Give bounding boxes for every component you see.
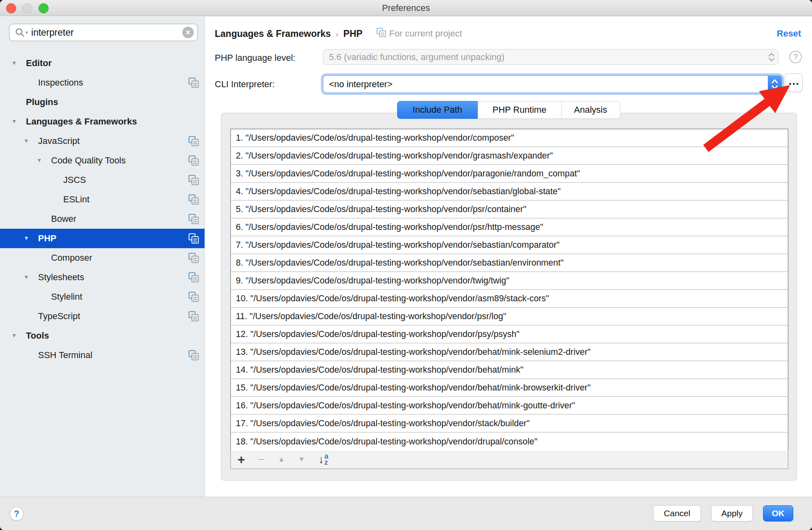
sidebar-item-php[interactable]: ▼PHP: [0, 229, 205, 248]
expander-triangle-icon[interactable]: ▼: [24, 274, 29, 280]
include-path-row[interactable]: 4. "/Users/opdavies/Code/os/drupal-testi…: [231, 183, 788, 201]
sidebar-item-label: Editor: [26, 58, 52, 69]
copy-settings-icon: [376, 28, 386, 40]
copy-settings-icon-wrap: [188, 253, 199, 266]
sidebar-item-languages-and-frameworks[interactable]: ▼Languages & Frameworks: [0, 112, 205, 131]
sidebar-item-editor[interactable]: ▼Editor: [0, 54, 205, 73]
sidebar-item-jscs[interactable]: JSCS: [0, 170, 205, 190]
include-path-row[interactable]: 16. "/Users/opdavies/Code/os/drupal-test…: [231, 397, 788, 415]
combobox-stepper-icon[interactable]: [768, 76, 782, 92]
sidebar-item-tools[interactable]: ▼Tools: [0, 326, 205, 345]
copy-settings-icon: [188, 233, 199, 244]
tab-label: Include Path: [412, 105, 462, 115]
sidebar-item-label: JavaScript: [38, 136, 80, 146]
include-path-row[interactable]: 9. "/Users/opdavies/Code/os/drupal-testi…: [231, 272, 788, 290]
include-path-row[interactable]: 18. "/Users/opdavies/Code/os/drupal-test…: [231, 433, 788, 451]
sidebar-item-eslint[interactable]: ESLint: [0, 190, 205, 209]
tab-php-runtime[interactable]: PHP Runtime: [478, 101, 562, 119]
tab-include-path[interactable]: Include Path: [397, 101, 478, 119]
add-path-button[interactable]: +: [237, 452, 258, 467]
include-path-row[interactable]: 6. "/Users/opdavies/Code/os/drupal-testi…: [231, 219, 788, 236]
ok-button[interactable]: OK: [763, 505, 793, 521]
language-level-value: 5.6 (variadic functions, argument unpack…: [329, 52, 768, 62]
sort-arrow-icon: ↓: [318, 453, 324, 466]
move-up-button[interactable]: ▲: [278, 455, 298, 463]
include-path-row[interactable]: 5. "/Users/opdavies/Code/os/drupal-testi…: [231, 201, 788, 219]
reset-link[interactable]: Reset: [777, 28, 801, 39]
include-path-row[interactable]: 10. "/Users/opdavies/Code/os/drupal-test…: [231, 290, 788, 308]
tab-label: Analysis: [574, 105, 607, 115]
expander-triangle-icon[interactable]: ▼: [11, 60, 17, 66]
sidebar-item-label: Stylesheets: [38, 272, 84, 283]
sidebar-item-inspections[interactable]: Inspections: [0, 73, 205, 92]
sidebar-item-label: Composer: [51, 253, 92, 263]
settings-search[interactable]: ▾ ×: [9, 24, 198, 41]
sidebar-item-code-quality-tools[interactable]: ▼Code Quality Tools: [0, 151, 205, 170]
sidebar-item-plugins[interactable]: Plugins: [0, 92, 205, 112]
copy-settings-icon-wrap: [188, 233, 199, 246]
include-path-row[interactable]: 14. "/Users/opdavies/Code/os/drupal-test…: [231, 361, 788, 379]
expander-triangle-icon[interactable]: ▼: [11, 118, 17, 124]
window-title: Preferences: [0, 0, 812, 16]
tab-bar: Include PathPHP RuntimeAnalysis: [205, 101, 812, 119]
copy-settings-icon-wrap: [188, 136, 199, 149]
include-path-row[interactable]: 12. "/Users/opdavies/Code/os/drupal-test…: [231, 326, 788, 343]
language-level-select[interactable]: 5.6 (variadic functions, argument unpack…: [323, 49, 778, 65]
include-path-row[interactable]: 17. "/Users/opdavies/Code/os/drupal-test…: [231, 415, 788, 433]
browse-interpreters-button[interactable]: …: [785, 73, 803, 92]
expander-triangle-icon[interactable]: ▼: [24, 137, 29, 144]
sidebar-item-stylelint[interactable]: Stylelint: [0, 287, 205, 307]
breadcrumb-page: PHP: [343, 28, 362, 39]
include-path-panel: 1. "/Users/opdavies/Code/os/drupal-testi…: [221, 113, 797, 481]
language-level-help-icon[interactable]: ?: [789, 51, 802, 63]
sort-alphabetical-button[interactable]: ↓ a z: [318, 453, 329, 466]
copy-settings-icon: [188, 292, 199, 302]
expander-triangle-icon[interactable]: ▼: [36, 157, 42, 163]
select-stepper-icon: [768, 53, 775, 62]
copy-settings-icon: [188, 214, 199, 224]
apply-button[interactable]: Apply: [711, 505, 753, 521]
sidebar-item-javascript[interactable]: ▼JavaScript: [0, 131, 205, 151]
sidebar-item-ssh-terminal[interactable]: SSH Terminal: [0, 345, 205, 365]
include-path-row[interactable]: 1. "/Users/opdavies/Code/os/drupal-testi…: [231, 129, 788, 147]
copy-settings-icon: [188, 194, 199, 205]
sidebar-item-label: TypeScript: [38, 311, 80, 322]
search-history-caret-icon[interactable]: ▾: [26, 30, 28, 35]
settings-tree: ▼EditorInspections Plugins▼Languages & F…: [0, 54, 205, 365]
expander-triangle-icon[interactable]: ▼: [24, 235, 29, 241]
settings-sidebar: ▾ × ▼EditorInspections Plugins▼Languages…: [0, 17, 205, 497]
include-path-row[interactable]: 11. "/Users/opdavies/Code/os/drupal-test…: [231, 308, 788, 326]
move-down-button[interactable]: ▼: [298, 455, 318, 463]
breadcrumb-section: Languages & Frameworks: [215, 28, 331, 39]
include-path-row[interactable]: 15. "/Users/opdavies/Code/os/drupal-test…: [231, 379, 788, 397]
copy-settings-icon-wrap: [188, 194, 199, 207]
include-path-row[interactable]: 8. "/Users/opdavies/Code/os/drupal-testi…: [231, 254, 788, 272]
remove-path-button[interactable]: −: [258, 453, 278, 466]
footer-bar: ? Cancel Apply OK: [0, 497, 812, 530]
sidebar-item-composer[interactable]: Composer: [0, 248, 205, 268]
sidebar-item-typescript[interactable]: TypeScript: [0, 307, 205, 326]
cli-interpreter-value: <no interpreter>: [329, 79, 768, 90]
expander-triangle-icon[interactable]: ▼: [11, 332, 17, 339]
include-path-row[interactable]: 3. "/Users/opdavies/Code/os/drupal-testi…: [231, 165, 788, 183]
cli-interpreter-combobox[interactable]: <no interpreter>: [323, 75, 782, 93]
cancel-button[interactable]: Cancel: [653, 505, 701, 521]
include-path-row[interactable]: 7. "/Users/opdavies/Code/os/drupal-testi…: [231, 236, 788, 254]
include-path-row[interactable]: 2. "/Users/opdavies/Code/os/drupal-testi…: [231, 147, 788, 165]
copy-settings-icon: [188, 311, 199, 322]
search-icon: [15, 27, 25, 38]
sidebar-item-label: Bower: [51, 214, 76, 224]
include-path-row[interactable]: 13. "/Users/opdavies/Code/os/drupal-test…: [231, 343, 788, 361]
include-path-list: 1. "/Users/opdavies/Code/os/drupal-testi…: [230, 129, 788, 451]
clear-search-icon[interactable]: ×: [182, 27, 194, 38]
sidebar-item-bower[interactable]: Bower: [0, 209, 205, 229]
copy-settings-icon-wrap: [188, 77, 199, 90]
copy-settings-icon-wrap: [188, 214, 199, 227]
search-input[interactable]: [31, 27, 182, 38]
tab-analysis[interactable]: Analysis: [561, 101, 620, 119]
help-button[interactable]: ?: [10, 507, 24, 521]
language-level-label: PHP language level:: [215, 53, 295, 63]
sidebar-item-stylesheets[interactable]: ▼Stylesheets: [0, 268, 205, 287]
copy-settings-icon-wrap: [188, 272, 199, 285]
copy-settings-icon-wrap: [188, 292, 199, 305]
